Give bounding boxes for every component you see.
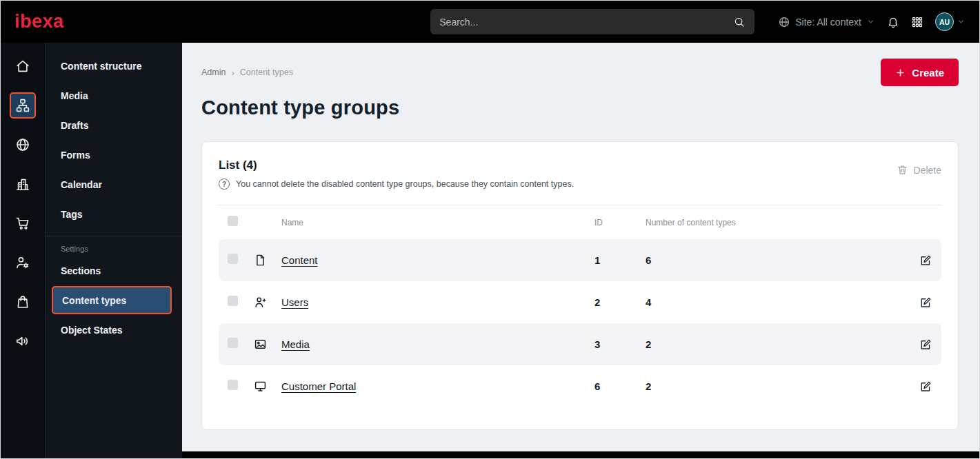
table-header-row: Name ID Number of content types [219, 205, 941, 239]
help-text: You cannot delete the disabled content t… [236, 179, 574, 189]
file-icon [254, 254, 267, 267]
table-row: Users 2 4 [219, 281, 941, 323]
main-content: Admin › Content types Create Content typ… [182, 43, 979, 458]
edit-icon[interactable] [919, 338, 932, 351]
user-settings-icon [15, 255, 30, 270]
group-id: 1 [594, 254, 646, 266]
search-icon[interactable] [733, 16, 746, 28]
sidebar-item-forms[interactable]: Forms [46, 140, 182, 170]
delete-button[interactable]: Delete [897, 164, 941, 176]
avatar-initials: AU [939, 18, 950, 26]
table-row: Content 1 6 [219, 239, 941, 281]
content-type-groups-table: Name ID Number of content types Content … [219, 205, 941, 407]
table-row: Customer Portal 6 2 [219, 365, 941, 407]
sidebar-item-object-states[interactable]: Object States [46, 315, 182, 345]
group-link-content[interactable]: Content [281, 254, 318, 266]
rail-item-content[interactable] [10, 92, 36, 119]
user-icon [254, 296, 267, 309]
content-type-groups-card: List (4) ? You cannot delete the disable… [201, 141, 959, 430]
apps-grid-icon[interactable] [911, 16, 923, 28]
sidebar-item-content-types[interactable]: Content types [52, 286, 172, 314]
page-title: Content type groups [201, 96, 959, 119]
edit-icon[interactable] [919, 380, 932, 393]
edit-icon[interactable] [919, 296, 932, 309]
breadcrumb: Admin › Content types [201, 68, 293, 78]
delete-button-label: Delete [914, 165, 941, 176]
image-icon [254, 338, 267, 351]
megaphone-icon [15, 334, 30, 349]
icon-rail [1, 43, 46, 458]
topbar-actions: Site: All context AU [778, 12, 966, 31]
search-input[interactable] [439, 17, 733, 28]
help-icon: ? [219, 178, 230, 190]
group-link-users[interactable]: Users [281, 296, 308, 308]
menu-divider [46, 236, 182, 236]
column-header-name: Name [276, 218, 594, 227]
ibexa-logo[interactable]: ibexa [14, 11, 64, 32]
site-context-label: Site: All context [795, 17, 861, 28]
sidebar-item-tags[interactable]: Tags [46, 199, 182, 229]
row-checkbox[interactable] [228, 254, 238, 264]
topbar: ibexa Site: All context AU [1, 1, 979, 43]
globe-icon [15, 137, 30, 152]
rail-item-company[interactable] [10, 171, 36, 197]
select-all-checkbox[interactable] [228, 216, 238, 226]
row-checkbox[interactable] [228, 380, 238, 390]
rail-item-commerce[interactable] [10, 210, 36, 236]
group-link-media[interactable]: Media [281, 338, 310, 350]
sidebar-item-calendar[interactable]: Calendar [46, 170, 182, 199]
sidebar-menu: Content structure Media Drafts Forms Cal… [46, 43, 182, 458]
breadcrumb-current: Content types [240, 68, 293, 77]
rail-item-products[interactable] [10, 289, 36, 315]
group-id: 6 [594, 380, 646, 392]
user-menu[interactable]: AU [935, 12, 966, 31]
global-search [430, 9, 754, 34]
group-id: 3 [594, 338, 646, 350]
sidebar-item-media[interactable]: Media [46, 81, 182, 110]
column-header-id: ID [594, 218, 646, 227]
table-row: Media 3 2 [219, 323, 941, 365]
group-count: 2 [646, 380, 904, 392]
sidebar-item-content-structure[interactable]: Content structure [46, 51, 182, 81]
list-title: List (4) [219, 159, 574, 172]
sidebar-item-sections[interactable]: Sections [46, 256, 182, 285]
create-button[interactable]: Create [881, 59, 959, 86]
trash-icon [897, 164, 908, 176]
globe-icon [778, 16, 790, 28]
group-count: 2 [646, 338, 904, 350]
row-checkbox[interactable] [228, 296, 238, 306]
site-context-selector[interactable]: Site: All context [778, 16, 875, 28]
cart-icon [15, 216, 30, 231]
column-header-count: Number of content types [646, 218, 904, 227]
home-icon [15, 59, 30, 74]
notifications-bell-icon[interactable] [887, 16, 899, 28]
group-id: 2 [594, 296, 646, 308]
edit-icon[interactable] [919, 254, 932, 267]
monitor-icon [254, 380, 267, 393]
group-count: 6 [646, 254, 904, 266]
content-tree-icon [15, 98, 30, 113]
rail-item-site[interactable] [10, 132, 36, 158]
chevron-down-icon [957, 17, 966, 26]
breadcrumb-separator: › [231, 68, 234, 78]
sidebar-item-drafts[interactable]: Drafts [46, 110, 182, 140]
group-count: 4 [646, 296, 904, 308]
create-button-label: Create [912, 67, 944, 79]
plus-icon [895, 68, 906, 78]
group-link-customer-portal[interactable]: Customer Portal [281, 380, 356, 392]
building-icon [15, 176, 30, 192]
product-bag-icon [15, 294, 30, 309]
app-window: ibexa Site: All context AU [0, 0, 980, 459]
avatar: AU [935, 12, 954, 31]
chevron-down-icon [866, 17, 875, 26]
rail-item-marketing[interactable] [10, 328, 36, 354]
settings-section-label: Settings [46, 245, 182, 253]
row-checkbox[interactable] [228, 338, 238, 348]
rail-item-dashboard[interactable] [10, 53, 36, 79]
rail-item-admin[interactable] [10, 249, 36, 276]
breadcrumb-admin[interactable]: Admin [201, 68, 226, 77]
